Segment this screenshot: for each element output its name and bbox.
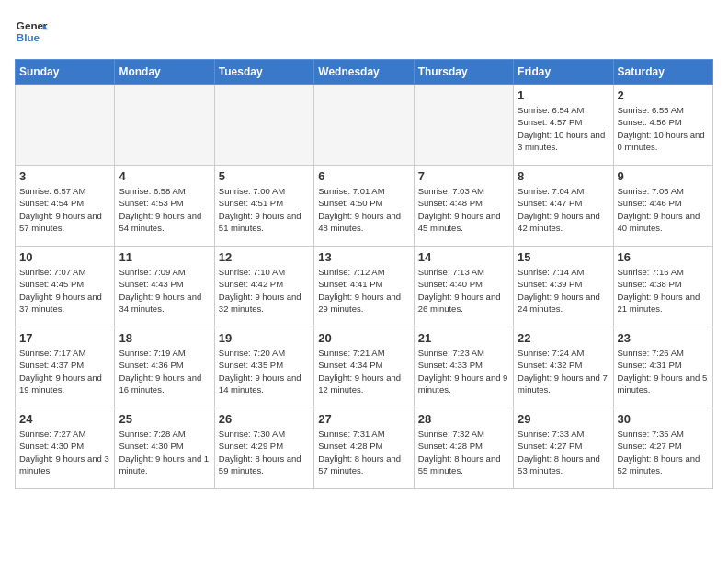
calendar-cell (214, 85, 313, 166)
calendar-cell: 25Sunrise: 7:28 AMSunset: 4:30 PMDayligh… (115, 408, 214, 489)
weekday-header-row: SundayMondayTuesdayWednesdayThursdayFrid… (16, 60, 713, 85)
day-info: Sunrise: 7:03 AMSunset: 4:48 PMDaylight:… (418, 185, 509, 234)
week-row-2: 3Sunrise: 6:57 AMSunset: 4:54 PMDaylight… (16, 166, 713, 247)
day-info: Sunrise: 7:19 AMSunset: 4:36 PMDaylight:… (119, 347, 210, 396)
weekday-header-wednesday: Wednesday (314, 60, 414, 85)
day-info: Sunrise: 7:32 AMSunset: 4:28 PMDaylight:… (418, 428, 509, 477)
calendar-cell: 6Sunrise: 7:01 AMSunset: 4:50 PMDaylight… (314, 166, 414, 247)
day-info: Sunrise: 7:16 AMSunset: 4:38 PMDaylight:… (618, 266, 709, 315)
calendar-cell: 27Sunrise: 7:31 AMSunset: 4:28 PMDayligh… (314, 408, 414, 489)
calendar-cell: 19Sunrise: 7:20 AMSunset: 4:35 PMDayligh… (214, 327, 313, 408)
day-number: 27 (318, 412, 409, 426)
calendar-cell: 21Sunrise: 7:23 AMSunset: 4:33 PMDayligh… (414, 327, 513, 408)
logo-icon: General Blue (15, 15, 48, 48)
calendar-cell: 29Sunrise: 7:33 AMSunset: 4:27 PMDayligh… (514, 408, 613, 489)
calendar-cell: 8Sunrise: 7:04 AMSunset: 4:47 PMDaylight… (514, 166, 613, 247)
day-number: 13 (318, 250, 409, 264)
calendar-cell (414, 85, 513, 166)
calendar-cell: 4Sunrise: 6:58 AMSunset: 4:53 PMDaylight… (115, 166, 214, 247)
day-number: 26 (219, 412, 310, 426)
day-number: 5 (219, 169, 310, 183)
day-info: Sunrise: 7:26 AMSunset: 4:31 PMDaylight:… (618, 347, 709, 396)
day-info: Sunrise: 7:12 AMSunset: 4:41 PMDaylight:… (318, 266, 409, 315)
calendar-cell: 28Sunrise: 7:32 AMSunset: 4:28 PMDayligh… (414, 408, 513, 489)
calendar-cell: 18Sunrise: 7:19 AMSunset: 4:36 PMDayligh… (115, 327, 214, 408)
calendar-cell: 15Sunrise: 7:14 AMSunset: 4:39 PMDayligh… (514, 247, 613, 327)
day-info: Sunrise: 7:09 AMSunset: 4:43 PMDaylight:… (119, 266, 210, 315)
svg-text:Blue: Blue (17, 31, 40, 43)
calendar-cell: 5Sunrise: 7:00 AMSunset: 4:51 PMDaylight… (214, 166, 313, 247)
day-info: Sunrise: 7:13 AMSunset: 4:40 PMDaylight:… (418, 266, 509, 315)
calendar-cell: 14Sunrise: 7:13 AMSunset: 4:40 PMDayligh… (414, 247, 513, 327)
day-number: 20 (318, 331, 409, 345)
calendar-cell: 16Sunrise: 7:16 AMSunset: 4:38 PMDayligh… (613, 247, 712, 327)
day-number: 29 (518, 412, 609, 426)
day-info: Sunrise: 6:55 AMSunset: 4:56 PMDaylight:… (618, 104, 709, 153)
day-number: 11 (119, 250, 210, 264)
day-info: Sunrise: 7:04 AMSunset: 4:47 PMDaylight:… (518, 185, 609, 234)
calendar-cell: 7Sunrise: 7:03 AMSunset: 4:48 PMDaylight… (414, 166, 513, 247)
day-info: Sunrise: 7:28 AMSunset: 4:30 PMDaylight:… (119, 428, 210, 477)
day-number: 30 (618, 412, 709, 426)
day-number: 17 (19, 331, 110, 345)
calendar-cell: 23Sunrise: 7:26 AMSunset: 4:31 PMDayligh… (613, 327, 712, 408)
calendar-cell: 26Sunrise: 7:30 AMSunset: 4:29 PMDayligh… (214, 408, 313, 489)
calendar-cell: 20Sunrise: 7:21 AMSunset: 4:34 PMDayligh… (314, 327, 414, 408)
week-row-4: 17Sunrise: 7:17 AMSunset: 4:37 PMDayligh… (16, 327, 713, 408)
day-info: Sunrise: 7:35 AMSunset: 4:27 PMDaylight:… (618, 428, 709, 477)
weekday-header-thursday: Thursday (414, 60, 513, 85)
day-number: 22 (518, 331, 609, 345)
day-number: 1 (518, 88, 609, 102)
day-info: Sunrise: 7:14 AMSunset: 4:39 PMDaylight:… (518, 266, 609, 315)
day-info: Sunrise: 6:54 AMSunset: 4:57 PMDaylight:… (518, 104, 609, 153)
day-info: Sunrise: 7:10 AMSunset: 4:42 PMDaylight:… (219, 266, 310, 315)
day-number: 6 (318, 169, 409, 183)
calendar-cell: 3Sunrise: 6:57 AMSunset: 4:54 PMDaylight… (16, 166, 115, 247)
day-info: Sunrise: 7:33 AMSunset: 4:27 PMDaylight:… (518, 428, 609, 477)
weekday-header-tuesday: Tuesday (214, 60, 313, 85)
day-info: Sunrise: 7:21 AMSunset: 4:34 PMDaylight:… (318, 347, 409, 396)
calendar-cell (314, 85, 414, 166)
day-number: 15 (518, 250, 609, 264)
day-info: Sunrise: 7:06 AMSunset: 4:46 PMDaylight:… (618, 185, 709, 234)
day-number: 12 (219, 250, 310, 264)
day-number: 9 (618, 169, 709, 183)
day-number: 14 (418, 250, 509, 264)
day-number: 8 (518, 169, 609, 183)
calendar-table: SundayMondayTuesdayWednesdayThursdayFrid… (15, 59, 713, 489)
day-info: Sunrise: 7:31 AMSunset: 4:28 PMDaylight:… (318, 428, 409, 477)
weekday-header-monday: Monday (115, 60, 214, 85)
day-info: Sunrise: 7:01 AMSunset: 4:50 PMDaylight:… (318, 185, 409, 234)
day-number: 18 (119, 331, 210, 345)
calendar-cell: 1Sunrise: 6:54 AMSunset: 4:57 PMDaylight… (514, 85, 613, 166)
day-number: 28 (418, 412, 509, 426)
logo: General Blue (15, 15, 48, 48)
calendar-cell (16, 85, 115, 166)
day-number: 3 (19, 169, 110, 183)
day-number: 25 (119, 412, 210, 426)
day-info: Sunrise: 6:58 AMSunset: 4:53 PMDaylight:… (119, 185, 210, 234)
calendar-cell: 10Sunrise: 7:07 AMSunset: 4:45 PMDayligh… (16, 247, 115, 327)
day-info: Sunrise: 7:07 AMSunset: 4:45 PMDaylight:… (19, 266, 110, 315)
calendar-cell: 17Sunrise: 7:17 AMSunset: 4:37 PMDayligh… (16, 327, 115, 408)
calendar-cell: 13Sunrise: 7:12 AMSunset: 4:41 PMDayligh… (314, 247, 414, 327)
week-row-5: 24Sunrise: 7:27 AMSunset: 4:30 PMDayligh… (16, 408, 713, 489)
day-number: 2 (618, 88, 709, 102)
calendar-cell: 24Sunrise: 7:27 AMSunset: 4:30 PMDayligh… (16, 408, 115, 489)
day-number: 4 (119, 169, 210, 183)
day-number: 24 (19, 412, 110, 426)
day-number: 7 (418, 169, 509, 183)
day-info: Sunrise: 6:57 AMSunset: 4:54 PMDaylight:… (19, 185, 110, 234)
day-number: 21 (418, 331, 509, 345)
week-row-3: 10Sunrise: 7:07 AMSunset: 4:45 PMDayligh… (16, 247, 713, 327)
day-number: 16 (618, 250, 709, 264)
weekday-header-friday: Friday (514, 60, 613, 85)
day-number: 19 (219, 331, 310, 345)
day-info: Sunrise: 7:20 AMSunset: 4:35 PMDaylight:… (219, 347, 310, 396)
calendar-cell: 12Sunrise: 7:10 AMSunset: 4:42 PMDayligh… (214, 247, 313, 327)
day-info: Sunrise: 7:00 AMSunset: 4:51 PMDaylight:… (219, 185, 310, 234)
calendar-cell: 2Sunrise: 6:55 AMSunset: 4:56 PMDaylight… (613, 85, 712, 166)
day-info: Sunrise: 7:30 AMSunset: 4:29 PMDaylight:… (219, 428, 310, 477)
calendar-cell (115, 85, 214, 166)
day-info: Sunrise: 7:27 AMSunset: 4:30 PMDaylight:… (19, 428, 110, 477)
